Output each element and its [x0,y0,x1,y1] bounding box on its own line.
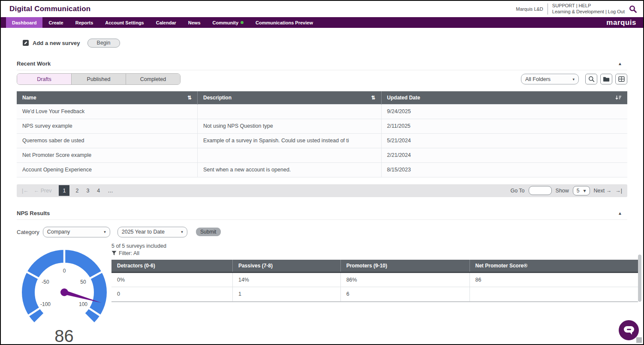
folder-icon [603,76,610,82]
grid-icon [618,76,625,82]
column-header-description[interactable]: Description⇅ [198,91,382,104]
passives-percent: 14% [232,273,340,287]
add-survey-bar: Add a new survey Begin [23,38,627,48]
scrollbar-thumb[interactable] [638,255,641,302]
table-search-button[interactable] [585,74,597,84]
page-number[interactable]: 3 [86,188,89,194]
top-bar: Digital Communication Marquis L&D SUPPOR… [1,1,643,17]
nps-results-header: NPS Results ▲ [17,210,627,220]
cell-description [198,104,382,119]
filter-label: Filter: All [119,250,139,256]
scrollbar-corner [636,337,642,343]
grid-view-button[interactable] [615,74,627,84]
nav-item-community[interactable]: Community [207,17,250,28]
chevron-down-icon: ▾ [584,188,586,194]
submit-button[interactable]: Submit [196,228,221,236]
support-help-links[interactable]: SUPPORT | HELP [552,3,591,8]
gauge-tick-label: 0 [63,268,66,274]
detractors-count: 0 [111,287,232,302]
table-row[interactable]: Account Opening Experience Sent when a n… [17,162,627,177]
cell-description [198,148,382,162]
last-page-icon[interactable]: →| [615,188,622,194]
tab-completed[interactable]: Completed [126,74,180,84]
category-select[interactable]: Company ▾ [43,227,110,237]
nps-score: 86 [469,273,638,287]
recent-work-title: Recent Work [17,60,51,67]
cell-name: Queremos saber de usted [17,133,198,148]
account-name[interactable]: Marquis L&D [516,6,543,12]
page-number[interactable]: 4 [97,188,100,194]
column-header-updated-date[interactable]: Updated Date [381,91,627,104]
toolbar-right: All Folders ▾ [521,74,627,84]
sort-both-icon[interactable]: ⇅ [371,95,376,101]
column-header-name[interactable]: Name⇅ [17,91,198,104]
first-page-icon[interactable]: |← [22,188,29,194]
filter-icon[interactable] [111,251,117,255]
cell-description: Sent when a new account is opened. [198,162,382,177]
recent-work-section: Recent Work ▲ Drafts Published Completed… [17,60,627,197]
nps-results-section: NPS Results ▲ Category Company ▾ 2025 Ye… [17,210,627,345]
cell-name: Account Opening Experience [17,162,198,177]
app-window: Digital Communication Marquis L&D SUPPOR… [0,0,644,345]
nav-item-dashboard[interactable]: Dashboard [6,17,42,28]
surveys-included-text: 5 of 5 surveys included [111,243,638,249]
tab-drafts[interactable]: Drafts [17,74,71,84]
nps-count-row: 0 1 6 [111,287,638,302]
tab-published[interactable]: Published [71,74,126,84]
folder-view-button[interactable] [600,74,612,84]
search-icon[interactable] [629,5,637,13]
chat-button[interactable] [619,320,639,340]
nps-score-empty [469,287,638,302]
recent-work-toolbar: Drafts Published Completed All Folders ▾ [17,73,627,85]
column-header-nps: Net Promoter Score® [469,260,638,273]
chat-icon [623,325,635,335]
gauge-chart: -100 -50 0 50 100 [17,242,111,327]
sort-both-icon[interactable]: ⇅ [187,95,192,101]
learning-logout-links[interactable]: Learning & Development | Log Out [552,9,625,14]
main-content: Add a new survey Begin Recent Work ▲ Dra… [1,28,643,345]
edit-survey-icon[interactable] [23,40,29,46]
page-ellipsis[interactable]: … [108,188,113,194]
nps-gauge: -100 -50 0 50 100 86 [17,242,111,345]
page-number[interactable]: 2 [75,188,78,194]
next-page-button[interactable]: Next → [594,188,612,194]
collapse-recent-work-icon[interactable]: ▲ [618,61,627,66]
promoters-count: 6 [340,287,469,302]
page-number-active[interactable]: 1 [59,185,69,196]
nav-item-account-settings[interactable]: Account Settings [99,17,150,28]
show-label: Show [556,188,569,194]
nav-item-communications-preview[interactable]: Communications Preview [250,17,319,28]
nps-details: 5 of 5 surveys included Filter: All Detr… [111,242,638,345]
table-row[interactable]: NPS survey example Not using NPS Questio… [17,119,627,133]
prev-page-button[interactable]: ← Prev [34,188,52,194]
goto-page-input[interactable] [529,186,552,195]
gauge-tick-label: -50 [42,279,49,285]
category-label: Category [17,229,39,235]
nav-item-news[interactable]: News [182,17,207,28]
pagination-bar: |← ← Prev 1 2 3 4 … Go To Show 5 ▾ Next … [17,184,627,197]
table-row[interactable]: Queremos saber de usted Example of a sur… [17,133,627,148]
page-title: Digital Communication [9,5,90,13]
divider [548,3,548,15]
nav-item-create[interactable]: Create [42,17,69,28]
begin-button[interactable]: Begin [87,39,120,48]
detractors-percent: 0% [111,273,232,287]
search-icon [588,76,595,82]
period-select[interactable]: 2025 Year to Date ▾ [117,227,187,237]
table-row[interactable]: Net Promoter Score example 2/21/2024 [17,148,627,162]
filter-row: Filter: All [111,250,638,256]
nav-item-reports[interactable]: Reports [69,17,99,28]
page-size-select[interactable]: 5 ▾ [573,186,590,195]
nav-item-calendar[interactable]: Calendar [150,17,182,28]
goto-label: Go To [510,188,524,194]
gauge-tick-label: 100 [78,301,87,307]
collapse-nps-icon[interactable]: ▲ [618,211,627,216]
chevron-down-icon: ▾ [104,230,106,234]
marquis-logo: marquis [606,17,636,28]
folders-select[interactable]: All Folders ▾ [521,74,579,84]
chevron-down-icon: ▾ [181,230,183,234]
table-row[interactable]: We'd Love Your Feedback 9/24/2025 [17,104,627,119]
sort-desc-icon[interactable] [615,95,622,100]
top-right-links: Marquis L&D SUPPORT | HELP Learning & De… [516,3,637,15]
recent-work-table: Name⇅ Description⇅ Updated Date [17,91,627,177]
